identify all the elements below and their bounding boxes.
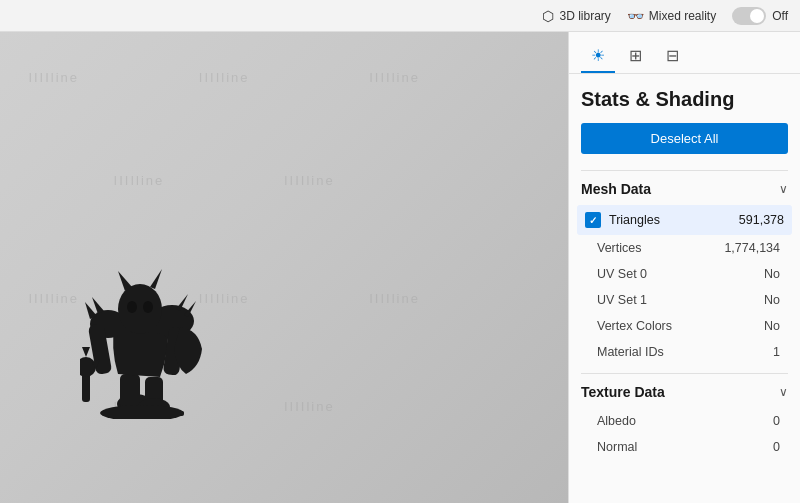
texture-sub-rows: Albedo 0 Normal 0: [581, 408, 788, 460]
normal-label: Normal: [597, 440, 637, 454]
mesh-data-section: Mesh Data ∨ Triangles 591,378 Vertices 1…: [581, 170, 788, 365]
uv0-label: UV Set 0: [597, 267, 647, 281]
watermark: IIIIline: [199, 70, 250, 85]
watermark: IIIIline: [114, 173, 165, 188]
watermark: IIIIline: [284, 399, 335, 414]
3d-library-button[interactable]: ⬡ 3D library: [542, 8, 610, 24]
tab-shading[interactable]: ⊟: [656, 40, 689, 73]
material-ids-label: Material IDs: [597, 345, 664, 359]
vertices-row: Vertices 1,774,134: [589, 235, 788, 261]
watermark: IIIIline: [28, 70, 79, 85]
watermark: IIIIline: [369, 291, 420, 306]
uv0-row: UV Set 0 No: [589, 261, 788, 287]
mixed-reality-toggle[interactable]: [732, 7, 766, 25]
albedo-row: Albedo 0: [589, 408, 788, 434]
mixed-reality-icon: 👓: [627, 8, 644, 24]
triangles-checkbox[interactable]: [585, 212, 601, 228]
panel-content: Stats & Shading Deselect All Mesh Data ∨…: [569, 74, 800, 503]
svg-marker-6: [92, 297, 104, 314]
vertex-colors-value: No: [764, 319, 780, 333]
texture-data-chevron: ∨: [779, 385, 788, 399]
toggle-label: Off: [772, 9, 788, 23]
svg-rect-1: [120, 374, 140, 409]
uv0-value: No: [764, 267, 780, 281]
3d-model: [80, 219, 240, 423]
panel-title: Stats & Shading: [581, 88, 788, 111]
vertices-label: Vertices: [597, 241, 641, 255]
uv1-value: No: [764, 293, 780, 307]
svg-point-17: [118, 284, 162, 334]
triangles-label: Triangles: [585, 212, 660, 228]
panel-tabs: ☀ ⊞ ⊟: [569, 32, 800, 74]
mesh-data-header[interactable]: Mesh Data ∨: [581, 170, 788, 205]
toggle-container: Off: [732, 7, 788, 25]
svg-point-21: [143, 301, 153, 313]
vertices-value: 1,774,134: [724, 241, 780, 255]
texture-data-section: Texture Data ∨ Albedo 0 Normal 0: [581, 373, 788, 460]
uv1-row: UV Set 1 No: [589, 287, 788, 313]
vertex-colors-row: Vertex Colors No: [589, 313, 788, 339]
watermark: IIIIline: [369, 70, 420, 85]
svg-marker-19: [150, 269, 162, 289]
right-panel: ☀ ⊞ ⊟ Stats & Shading Deselect All Mesh …: [568, 32, 800, 503]
svg-point-20: [127, 301, 137, 313]
mesh-data-title: Mesh Data: [581, 181, 651, 197]
deselect-all-button[interactable]: Deselect All: [581, 123, 788, 154]
mesh-sub-rows: Vertices 1,774,134 UV Set 0 No UV Set 1 …: [581, 235, 788, 365]
normal-row: Normal 0: [589, 434, 788, 460]
tab-stats[interactable]: ⊞: [619, 40, 652, 73]
svg-marker-13: [82, 347, 90, 357]
triangles-row: Triangles 591,378: [577, 205, 792, 235]
vertex-colors-label: Vertex Colors: [597, 319, 672, 333]
normal-value: 0: [773, 440, 780, 454]
texture-data-title: Texture Data: [581, 384, 665, 400]
library-label: 3D library: [559, 9, 610, 23]
albedo-value: 0: [773, 414, 780, 428]
tab-lighting[interactable]: ☀: [581, 40, 615, 73]
svg-point-12: [80, 357, 96, 377]
svg-marker-18: [118, 271, 132, 291]
material-ids-row: Material IDs 1: [589, 339, 788, 365]
albedo-label: Albedo: [597, 414, 636, 428]
viewport: IIIIline IIIIline IIIIline IIIIline IIII…: [0, 32, 568, 503]
watermark: IIIIline: [28, 291, 79, 306]
texture-data-header[interactable]: Texture Data ∨: [581, 373, 788, 408]
mesh-data-chevron: ∨: [779, 182, 788, 196]
material-ids-value: 1: [773, 345, 780, 359]
uv1-label: UV Set 1: [597, 293, 647, 307]
top-bar: ⬡ 3D library 👓 Mixed reality Off: [0, 0, 800, 32]
mixed-reality-label: Mixed reality: [649, 9, 716, 23]
mixed-reality-button[interactable]: 👓 Mixed reality: [627, 8, 716, 24]
watermark: IIIIline: [284, 173, 335, 188]
svg-rect-23: [102, 411, 184, 416]
main-content: IIIIline IIIIline IIIIline IIIIline IIII…: [0, 32, 800, 503]
triangles-value: 591,378: [739, 213, 784, 227]
cube-icon: ⬡: [542, 8, 554, 24]
